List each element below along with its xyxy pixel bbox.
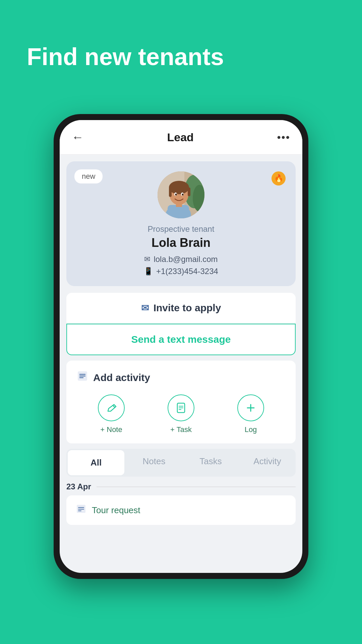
tab-notes[interactable]: Notes xyxy=(126,449,182,477)
svg-line-19 xyxy=(113,405,115,407)
activity-actions: + Note + Task xyxy=(76,394,286,434)
timeline-item[interactable]: Tour request xyxy=(66,495,296,525)
invite-envelope-icon: ✉ xyxy=(141,303,149,314)
email-value: lola.b@gmail.com xyxy=(154,255,218,264)
page-background: Find new tenants ← Lead ••• new xyxy=(0,0,362,644)
timeline-date-row: 23 Apr xyxy=(66,482,296,491)
activity-header: Add activity xyxy=(76,370,286,385)
avatar xyxy=(158,171,204,218)
log-label: Log xyxy=(245,425,257,434)
tab-tasks[interactable]: Tasks xyxy=(182,449,239,477)
tour-request-label: Tour request xyxy=(92,505,140,516)
invite-to-apply-button[interactable]: ✉ Invite to apply xyxy=(66,293,296,323)
date-divider xyxy=(97,487,296,487)
task-circle-icon xyxy=(168,394,194,421)
back-button[interactable]: ← xyxy=(72,130,84,144)
profile-role-label: Prospective tenant xyxy=(76,224,286,234)
text-message-label: Send a text message xyxy=(131,334,231,345)
svg-point-14 xyxy=(182,194,184,196)
email-icon: ✉ xyxy=(144,255,150,264)
add-log-action[interactable]: Log xyxy=(237,394,264,434)
send-text-message-button[interactable]: Send a text message xyxy=(66,324,296,355)
phone-mockup: ← Lead ••• new xyxy=(54,114,308,579)
hot-badge: 🔥 xyxy=(272,171,286,185)
app-header: ← Lead ••• xyxy=(60,120,302,155)
phone-row: 📱 +1(233)454-3234 xyxy=(144,267,218,276)
phone-screen: ← Lead ••• new xyxy=(60,120,302,573)
activity-title: Add activity xyxy=(93,372,150,383)
activity-section: Add activity + Note xyxy=(66,361,296,443)
email-row: ✉ lola.b@gmail.com xyxy=(144,255,218,264)
phone-value: +1(233)454-3234 xyxy=(156,267,218,276)
tour-request-icon xyxy=(76,503,86,517)
svg-point-8 xyxy=(169,181,189,194)
invite-label: Invite to apply xyxy=(154,302,221,314)
profile-contact: ✉ lola.b@gmail.com 📱 +1(233)454-3234 xyxy=(76,255,286,276)
tabs-bar: All Notes Tasks Activity xyxy=(66,449,296,477)
avatar-svg xyxy=(158,171,204,218)
svg-rect-9 xyxy=(169,187,172,197)
screen-title: Lead xyxy=(167,131,194,144)
phone-outer: ← Lead ••• new xyxy=(54,114,308,579)
profile-name: Lola Brain xyxy=(76,236,286,250)
tab-all[interactable]: All xyxy=(68,450,124,475)
avatar-container: 🔥 xyxy=(76,171,286,218)
action-buttons: ✉ Invite to apply Send a text message xyxy=(66,293,296,355)
svg-rect-10 xyxy=(188,187,190,196)
page-headline: Find new tenants xyxy=(0,0,362,90)
timeline-section: 23 Apr Tour request xyxy=(66,482,296,525)
note-label: + Note xyxy=(100,425,122,434)
phone-icon: 📱 xyxy=(144,267,153,276)
profile-card: new xyxy=(66,161,296,286)
task-label: + Task xyxy=(170,425,192,434)
activity-section-icon xyxy=(76,370,88,385)
timeline-date-label: 23 Apr xyxy=(66,482,91,491)
more-menu-button[interactable]: ••• xyxy=(277,131,290,144)
log-circle-icon xyxy=(237,394,264,421)
svg-point-13 xyxy=(175,194,177,196)
add-task-action[interactable]: + Task xyxy=(168,394,194,434)
note-circle-icon xyxy=(98,394,125,421)
add-note-action[interactable]: + Note xyxy=(98,394,125,434)
tab-activity[interactable]: Activity xyxy=(239,449,296,477)
